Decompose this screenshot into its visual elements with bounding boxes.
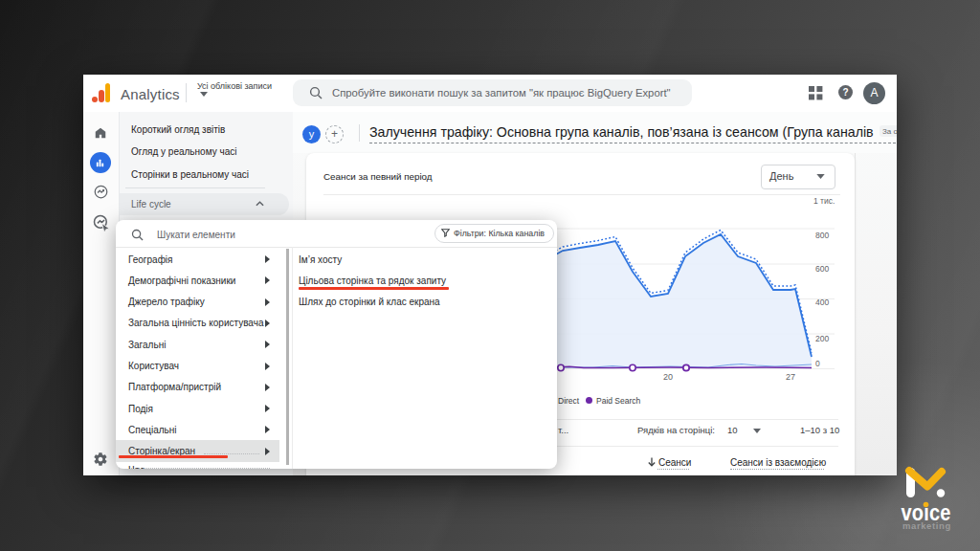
- svg-text:marketing: marketing: [902, 520, 951, 531]
